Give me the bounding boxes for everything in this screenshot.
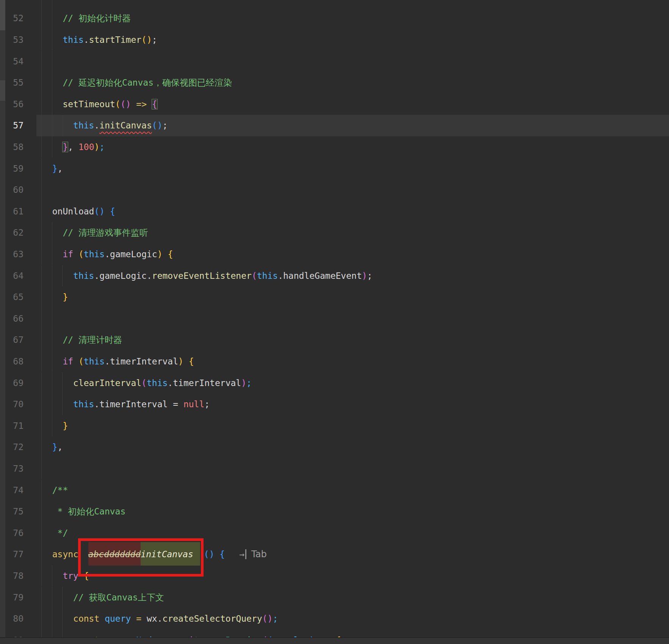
line-number[interactable]: 57 — [5, 115, 24, 136]
line-number[interactable]: 53 — [5, 29, 24, 51]
indent-guide — [52, 265, 52, 287]
code-token: 100 — [78, 142, 94, 152]
code-line[interactable]: 75* 初始化Canvas — [0, 501, 669, 522]
code-line[interactable]: 74/** — [0, 480, 669, 501]
indent-guide — [41, 51, 42, 72]
line-number[interactable]: 52 — [5, 8, 24, 29]
line-number[interactable]: 60 — [5, 179, 24, 201]
code-token: ) — [157, 120, 163, 130]
code-line[interactable]: 55// 延迟初始化Canvas，确保视图已经渲染 — [0, 72, 669, 94]
scrollbar-thumb[interactable] — [0, 0, 5, 30]
line-number[interactable]: 70 — [5, 394, 24, 415]
line-number[interactable]: 71 — [5, 415, 24, 437]
line-number[interactable]: 62 — [5, 222, 24, 244]
code-line[interactable]: 80const query = wx.createSelectorQuery()… — [0, 608, 669, 630]
scrollbar-thumb[interactable] — [0, 80, 5, 101]
line-number[interactable]: 79 — [5, 587, 24, 608]
code-token: clearInterval — [73, 378, 141, 388]
indent-guide — [41, 544, 42, 565]
indent-guide — [41, 286, 42, 308]
code-token: this — [73, 120, 94, 130]
line-number[interactable]: 58 — [5, 136, 24, 158]
indent-guide — [52, 587, 52, 608]
code-token: startTimer — [89, 35, 141, 45]
indent-guide — [41, 0, 42, 8]
indent-guide — [62, 372, 63, 394]
code-line[interactable]: 69clearInterval(this.timerInterval); — [0, 372, 669, 394]
line-number[interactable]: 78 — [5, 565, 24, 587]
code-line[interactable]: 60 — [0, 179, 669, 201]
code-line[interactable]: 70this.timerInterval = null; — [0, 394, 669, 415]
line-number[interactable]: 64 — [5, 265, 24, 287]
code-line[interactable]: 54 — [0, 51, 669, 72]
tab-key-label: Tab — [251, 549, 267, 560]
line-number[interactable]: 66 — [5, 308, 24, 330]
code-token — [147, 99, 152, 109]
code-line[interactable]: 79// 获取Canvas上下文 — [0, 587, 669, 608]
indent-guide — [52, 372, 52, 394]
indent-guide — [52, 94, 52, 115]
code-line[interactable]: 73 — [0, 458, 669, 480]
code-line[interactable]: 68if (this.timerInterval) { — [0, 351, 669, 372]
indent-guide — [41, 222, 42, 244]
code-line[interactable]: 63if (this.gameLogic) { — [0, 244, 669, 265]
line-number[interactable]: 59 — [5, 158, 24, 180]
code-line[interactable]: 65} — [0, 286, 669, 308]
code-line[interactable]: 59}, — [0, 158, 669, 180]
code-line[interactable]: 58}, 100); — [0, 136, 669, 158]
code-line[interactable]: 52// 初始化计时器 — [0, 8, 669, 29]
line-number[interactable]: 67 — [5, 329, 24, 351]
code-line[interactable]: 51 — [0, 0, 669, 8]
line-number[interactable]: 65 — [5, 286, 24, 308]
line-number[interactable]: 72 — [5, 436, 24, 458]
code-token: . — [105, 249, 110, 259]
line-number[interactable]: 76 — [5, 522, 24, 544]
line-number[interactable]: 55 — [5, 72, 24, 94]
line-number[interactable]: 61 — [5, 201, 24, 222]
code-token: wx — [147, 614, 157, 624]
line-number[interactable]: 77 — [5, 544, 24, 565]
code-token: ) — [99, 206, 105, 216]
line-number[interactable]: 69 — [5, 372, 24, 394]
code-token — [141, 614, 147, 624]
code-token: // 延迟初始化Canvas，确保视图已经渲染 — [63, 78, 232, 88]
code-line[interactable]: 56setTimeout(() => { — [0, 94, 669, 115]
code-token: ) — [241, 378, 246, 388]
code-token — [214, 549, 219, 559]
code-token: { — [168, 249, 173, 259]
indent-guide — [52, 565, 52, 587]
code-line[interactable]: 61onUnload() { — [0, 201, 669, 222]
line-number[interactable]: 73 — [5, 458, 24, 480]
line-number[interactable]: 80 — [5, 608, 24, 630]
line-number[interactable]: 54 — [5, 51, 24, 72]
indent-guide — [52, 244, 52, 265]
code-token: null — [183, 399, 204, 409]
code-token: ; — [367, 271, 373, 281]
code-token: * 初始化Canvas — [58, 506, 126, 516]
line-number[interactable]: 68 — [5, 351, 24, 372]
code-line[interactable]: 64this.gameLogic.removeEventListener(thi… — [0, 265, 669, 287]
code-line[interactable]: 57this.initCanvas(); — [0, 115, 669, 136]
code-token — [131, 99, 136, 109]
line-number[interactable]: 75 — [5, 501, 24, 522]
line-number[interactable]: 63 — [5, 244, 24, 265]
code-line[interactable]: 72}, — [0, 436, 669, 458]
code-token: setTimeout — [63, 99, 115, 109]
code-token: ( — [121, 99, 126, 109]
line-number[interactable]: 74 — [5, 480, 24, 501]
code-line[interactable]: 66 — [0, 308, 669, 330]
code-line[interactable]: 53this.startTimer(); — [0, 29, 669, 51]
code-line[interactable]: 62// 清理游戏事件监听 — [0, 222, 669, 244]
line-number[interactable]: 56 — [5, 94, 24, 115]
indent-guide — [41, 265, 42, 287]
indent-guide — [41, 458, 42, 480]
code-line[interactable]: 71} — [0, 415, 669, 437]
code-token — [105, 206, 110, 216]
indent-guide — [41, 565, 42, 587]
line-number[interactable]: 51 — [5, 0, 24, 8]
code-token: onUnload — [52, 206, 94, 216]
error-squiggle-token: initCanvas — [99, 120, 152, 130]
indent-guide — [52, 286, 52, 308]
code-line[interactable]: 67// 清理计时器 — [0, 329, 669, 351]
indent-guide — [52, 0, 52, 8]
